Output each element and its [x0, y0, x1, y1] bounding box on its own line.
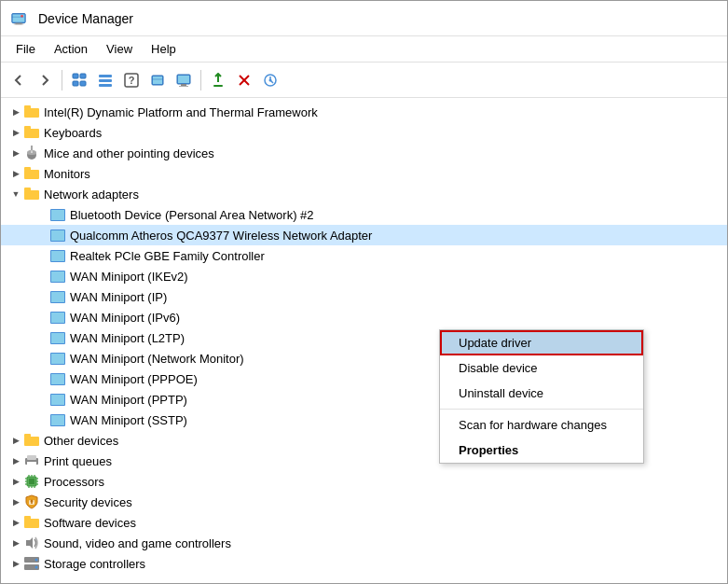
svg-rect-38 [24, 188, 31, 191]
svg-rect-56 [51, 374, 64, 384]
svg-point-26 [269, 78, 272, 81]
svg-rect-28 [24, 105, 31, 109]
help-button[interactable]: ? [119, 68, 144, 92]
svg-rect-50 [51, 313, 64, 323]
scan-button[interactable] [258, 68, 282, 92]
label-storage-controllers: Storage controllers [44, 557, 145, 571]
expander-print-queues[interactable]: ▶ [8, 453, 23, 468]
icon-wan-netmon [49, 350, 66, 367]
tree-item-intel-dynamic[interactable]: ▶ Intel(R) Dynamic Platform and Thermal … [1, 102, 727, 122]
tree-view-button[interactable] [67, 68, 91, 92]
expander-network-adapters[interactable]: ▼ [8, 187, 23, 202]
svg-rect-62 [24, 434, 31, 438]
svg-rect-36 [24, 167, 31, 171]
ctx-uninstall-device[interactable]: Uninstall device [440, 381, 643, 406]
tree-item-storage-controllers[interactable]: ▶ Storage controllers [1, 553, 727, 574]
menu-help[interactable]: Help [144, 40, 184, 58]
tree-item-wan-ikev2[interactable]: ▶ WAN Miniport (IKEv2) [1, 266, 727, 286]
menu-file[interactable]: File [8, 40, 43, 58]
tree-item-wan-ip[interactable]: ▶ WAN Miniport (IP) [1, 286, 727, 307]
tree-item-qualcomm[interactable]: ▶ Qualcomm Atheros QCA9377 Wireless Netw… [1, 225, 727, 245]
tree-item-software-devices[interactable]: ▶ Software devices [1, 512, 727, 533]
expander-sound-video[interactable]: ▶ [8, 535, 23, 550]
context-menu: Update driver Disable device Uninstall d… [439, 329, 644, 464]
icon-processors [23, 473, 40, 490]
svg-rect-8 [73, 81, 78, 86]
svg-rect-35 [24, 170, 39, 179]
svg-point-88 [35, 566, 38, 569]
label-monitors: Monitors [44, 167, 90, 181]
icon-wan-ipv6 [49, 309, 66, 326]
icon-other-devices [23, 432, 40, 449]
tree-view-content[interactable]: ▶ Intel(R) Dynamic Platform and Thermal … [1, 98, 727, 583]
label-mice: Mice and other pointing devices [44, 146, 214, 160]
svg-rect-46 [51, 271, 64, 282]
list-view-button[interactable] [93, 68, 117, 92]
icon-keyboards [23, 124, 40, 141]
svg-rect-19 [178, 76, 189, 83]
svg-rect-6 [73, 74, 78, 78]
icon-wan-pptp [49, 391, 66, 408]
tree-item-bluetooth[interactable]: ▶ Bluetooth Device (Personal Area Networ… [1, 204, 727, 225]
forward-button[interactable] [33, 68, 57, 92]
expander-software-devices[interactable]: ▶ [8, 515, 23, 530]
ctx-scan-hardware[interactable]: Scan for hardware changes [440, 412, 643, 438]
svg-rect-64 [27, 455, 36, 460]
svg-rect-7 [80, 74, 86, 78]
tree-item-network-adapters[interactable]: ▼ Network adapters [1, 184, 727, 204]
icon-network-adapters [23, 186, 40, 202]
label-bluetooth: Bluetooth Device (Personal Area Network)… [70, 208, 314, 222]
svg-rect-29 [24, 129, 39, 138]
back-button[interactable] [7, 68, 31, 92]
svg-rect-83 [24, 519, 39, 528]
ctx-update-driver[interactable]: Update driver [440, 330, 643, 355]
expander-keyboards[interactable]: ▶ [8, 125, 23, 140]
menu-bar: File Action View Help [1, 36, 727, 63]
uninstall-button[interactable] [232, 68, 256, 92]
svg-rect-2 [14, 23, 24, 24]
monitor-button[interactable] [172, 68, 196, 92]
icon-wan-pppoe [49, 370, 66, 387]
tree-item-security-devices[interactable]: ▶ Security devices [1, 492, 727, 512]
svg-rect-16 [153, 76, 162, 84]
ctx-properties[interactable]: Properties [440, 438, 643, 463]
expander-processors[interactable]: ▶ [8, 474, 23, 489]
menu-view[interactable]: View [99, 40, 140, 58]
icon-intel-dynamic [23, 104, 40, 120]
svg-rect-42 [51, 230, 64, 241]
expander-intel-dynamic[interactable]: ▶ [8, 104, 23, 119]
icon-wan-ikev2 [49, 268, 66, 285]
tree-item-processors[interactable]: ▶ Proces [1, 471, 727, 492]
expander-storage-controllers[interactable]: ▶ [8, 556, 23, 571]
tree-item-keyboards[interactable]: ▶ Keyboards [1, 122, 727, 143]
label-wan-pppoe: WAN Miniport (PPPOE) [70, 372, 198, 386]
svg-rect-10 [99, 75, 112, 77]
label-keyboards: Keyboards [44, 126, 102, 140]
svg-rect-58 [51, 395, 64, 405]
tree-item-monitors[interactable]: ▶ Monitors [1, 163, 727, 184]
icon-software-devices [23, 514, 40, 531]
tree-item-sound-video[interactable]: ▶ Sound, video and game controllers [1, 533, 727, 553]
svg-rect-40 [51, 210, 64, 220]
tree-item-wan-ipv6[interactable]: ▶ WAN Miniport (IPv6) [1, 307, 727, 327]
expander-mice[interactable]: ▶ [8, 146, 23, 160]
resources-button[interactable] [145, 68, 170, 92]
svg-text:?: ? [129, 75, 135, 86]
svg-rect-67 [29, 479, 34, 484]
expander-monitors[interactable]: ▶ [8, 166, 23, 181]
svg-rect-44 [51, 251, 64, 261]
icon-wan-sstp [49, 411, 66, 428]
svg-rect-27 [24, 108, 39, 118]
label-wan-pptp: WAN Miniport (PPTP) [70, 393, 187, 407]
expander-security-devices[interactable]: ▶ [8, 494, 23, 509]
svg-rect-52 [51, 333, 64, 343]
tree-item-mice[interactable]: ▶ Mice and other pointing devices [1, 143, 727, 163]
expander-other-devices[interactable]: ▶ [8, 433, 23, 448]
menu-action[interactable]: Action [47, 40, 95, 58]
update-button[interactable] [206, 68, 230, 92]
tree-item-realtek[interactable]: ▶ Realtek PCle GBE Family Controller [1, 245, 727, 266]
label-wan-l2tp: WAN Miniport (L2TP) [70, 331, 185, 345]
svg-rect-61 [24, 437, 39, 446]
label-wan-ikev2: WAN Miniport (IKEv2) [70, 270, 188, 284]
ctx-disable-device[interactable]: Disable device [440, 355, 643, 381]
